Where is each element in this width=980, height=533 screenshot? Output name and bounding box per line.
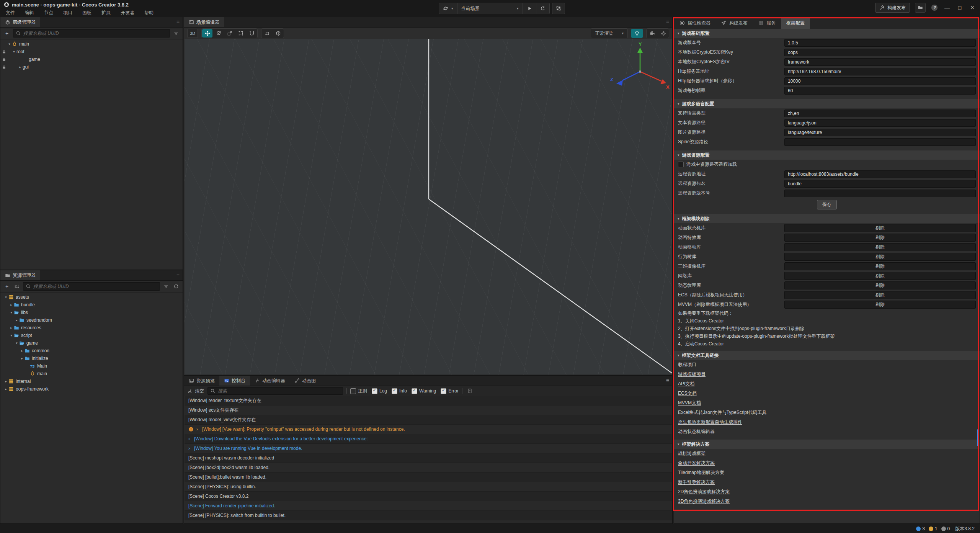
log-filter-checkbox[interactable]: Log — [372, 388, 387, 394]
log-row[interactable]: [Scene] Cocos Creator v3.8.2 — [185, 492, 672, 501]
expand-arrow-icon[interactable] — [188, 436, 191, 441]
doc-link[interactable]: 原生包热更新配置自动生成插件 — [678, 419, 742, 425]
section-header-basic[interactable]: ▾ 游戏基础配置 — [674, 29, 980, 38]
console-tab[interactable]: 控制台 — [219, 376, 250, 386]
log-row[interactable]: [Window] model_view文件夹存在 — [185, 415, 672, 425]
log-filter-checkbox[interactable]: Info — [392, 388, 407, 394]
solution-link[interactable]: 3D角色扮演游戏解决方案 — [678, 498, 730, 505]
doc-link[interactable]: ECS文档 — [678, 390, 697, 397]
play-button[interactable] — [523, 3, 536, 14]
menu-item[interactable]: 帮助 — [139, 8, 158, 17]
remove-module-button[interactable]: 剔除 — [784, 234, 976, 242]
pivot-tool-button[interactable] — [273, 29, 283, 38]
inspector-tab[interactable]: 框架配置 — [781, 17, 810, 29]
hierarchy-node-row[interactable]: gui — [0, 63, 183, 71]
field-input[interactable]: language/json — [784, 119, 976, 127]
tab-hierarchy[interactable]: 层级管理器 — [0, 17, 40, 27]
gizmo-tool-button[interactable] — [224, 29, 235, 38]
field-input[interactable]: language/texture — [784, 129, 976, 136]
build-publish-button[interactable]: 构建发布 — [875, 3, 910, 13]
remove-module-button[interactable]: 剔除 — [784, 272, 976, 280]
remove-module-button[interactable]: 剔除 — [784, 243, 976, 251]
asset-node-row[interactable]: common — [3, 347, 183, 355]
field-input[interactable]: zh,en — [784, 110, 976, 117]
expand-arrow-icon[interactable] — [14, 341, 19, 345]
restart-button[interactable] — [536, 3, 549, 14]
console-tab[interactable]: 动画编辑器 — [250, 376, 290, 386]
preview-browser-select[interactable]: ▾ — [439, 3, 457, 14]
gizmo-tool-button[interactable] — [247, 29, 257, 38]
hierarchy-node-row[interactable]: main — [0, 40, 183, 48]
log-row[interactable]: [Window] You are running Vue in developm… — [185, 444, 672, 453]
doc-link[interactable]: 动画状态机编辑器 — [678, 428, 715, 435]
doc-link[interactable]: 教程项目 — [678, 361, 696, 368]
log-row[interactable]: [Window] render_texture文件夹存在 — [185, 396, 672, 405]
lock-icon[interactable] — [2, 65, 6, 69]
log-row[interactable]: [Scene] [bullet]:bullet wasm lib loaded. — [185, 473, 672, 482]
field-input[interactable]: http://localhost:8083/assets/bundle — [784, 170, 976, 178]
expand-arrow-icon[interactable] — [14, 318, 19, 322]
asset-node-row[interactable]: seedrandom — [3, 316, 183, 324]
field-input[interactable]: bundle — [784, 180, 976, 188]
log-filter-checkbox[interactable]: Error — [441, 388, 459, 394]
field-input[interactable]: framework — [784, 58, 976, 66]
tab-assets[interactable]: 资源管理器 — [0, 270, 40, 280]
open-project-folder-button[interactable] — [915, 3, 926, 13]
section-header-i18n[interactable]: ▾ 游戏多语言配置 — [674, 99, 980, 108]
asset-node-row[interactable]: assets — [3, 293, 183, 301]
log-row[interactable]: [Window] [Vue warn]: Property "onInput" … — [185, 425, 672, 434]
panel-menu-icon[interactable]: ≡ — [666, 19, 669, 25]
section-header-solutions[interactable]: ▾ 框架解决方案 — [674, 440, 980, 449]
assets-filter-button[interactable] — [162, 283, 170, 290]
solution-link[interactable]: 新手引导解决方案 — [678, 479, 715, 486]
pivot-tool-button[interactable] — [262, 29, 272, 38]
export-log-button[interactable] — [466, 387, 474, 395]
hierarchy-search-input[interactable]: 搜索名称或 UUID — [13, 29, 170, 38]
console-tab[interactable]: 资源预览 — [184, 376, 219, 386]
asset-node-row[interactable]: TS Main — [3, 362, 183, 370]
field-input[interactable] — [784, 138, 976, 146]
camera-settings-button[interactable] — [647, 29, 657, 38]
log-row[interactable]: [Window] ecs文件夹存在 — [185, 405, 672, 415]
section-header-docs[interactable]: ▾ 框架文档工具链接 — [674, 351, 980, 360]
solution-link[interactable]: Tiledmap地图解决方案 — [678, 469, 724, 476]
expand-arrow-icon[interactable] — [9, 303, 14, 307]
section-header-modules[interactable]: ▾ 框架模块剔除 — [674, 214, 980, 223]
menu-item[interactable]: 编辑 — [20, 8, 39, 17]
doc-link[interactable]: Excel格式转Json文件与TypeScript代码工具 — [678, 409, 766, 416]
menu-item[interactable]: 节点 — [39, 8, 58, 17]
log-filter-checkbox[interactable]: 正则 — [350, 388, 367, 394]
remove-module-button[interactable]: 剔除 — [784, 291, 976, 299]
panel-menu-icon[interactable]: ≡ — [666, 377, 669, 383]
hierarchy-node-row[interactable]: root — [0, 48, 183, 56]
expand-arrow-icon[interactable] — [20, 349, 24, 353]
expand-arrow-icon[interactable] — [9, 334, 14, 337]
field-input[interactable]: 1.0.5 — [784, 39, 976, 47]
console-search-input[interactable]: 搜索 — [207, 387, 343, 395]
doc-link[interactable]: 游戏模板项目 — [678, 371, 706, 378]
menu-item[interactable]: 文件 — [1, 8, 20, 17]
minimize-button[interactable]: — — [943, 5, 951, 11]
asset-node-row[interactable]: resources — [3, 324, 183, 332]
save-button[interactable]: 保存 — [817, 200, 837, 209]
3d-mode-toggle[interactable]: 3D — [187, 29, 198, 38]
help-icon[interactable]: ? — [931, 4, 938, 11]
asset-node-row[interactable]: script — [3, 332, 183, 339]
inspector-tab[interactable]: 属性检查器 — [674, 17, 716, 29]
log-row[interactable]: [Scene] Forward render pipeline initiali… — [185, 501, 672, 511]
inspector-tab[interactable]: 构建发布 — [716, 17, 753, 29]
log-row[interactable]: [Scene] [box2d]:box2d wasm lib loaded. — [185, 463, 672, 473]
expand-arrow-icon[interactable] — [9, 326, 14, 330]
remove-module-button[interactable]: 剔除 — [784, 253, 976, 261]
field-input[interactable]: http://192.168.0.150/main/ — [784, 68, 976, 75]
hierarchy-node-row[interactable]: game — [0, 56, 183, 63]
expand-arrow-icon[interactable] — [18, 65, 23, 69]
remove-module-button[interactable]: 剔除 — [784, 281, 976, 289]
expand-arrow-icon[interactable] — [188, 446, 191, 451]
preview-grid-button[interactable] — [552, 3, 565, 14]
doc-link[interactable]: API文档 — [678, 381, 694, 387]
asset-node-row[interactable]: internal — [3, 378, 183, 385]
panel-menu-icon[interactable]: ≡ — [176, 272, 180, 278]
inspector-tab[interactable]: 服务 — [753, 17, 781, 29]
lighting-toggle-button[interactable] — [631, 29, 643, 38]
